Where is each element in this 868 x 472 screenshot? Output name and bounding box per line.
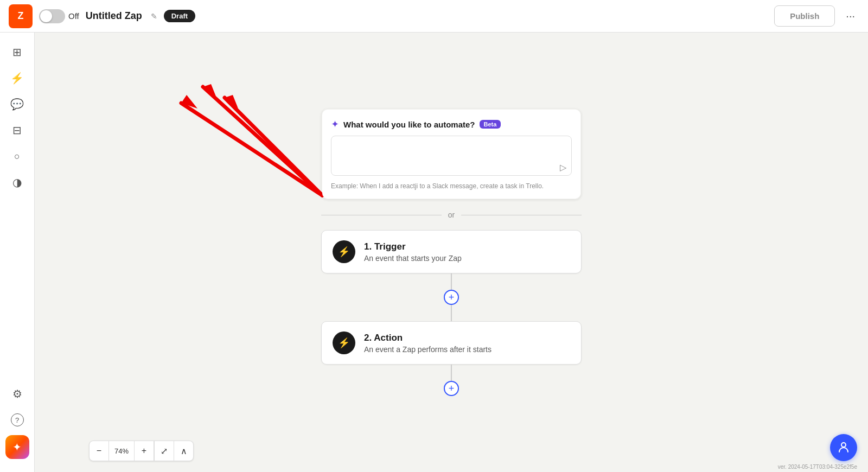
action-title: 2. Action xyxy=(364,333,492,343)
history-icon: ○ xyxy=(14,151,20,162)
zoom-controls: − 74% + ⤢ ∧ xyxy=(89,441,194,461)
trigger-lightning-icon: ⚡ xyxy=(338,246,350,258)
sidebar-item-apps[interactable]: ⊞ xyxy=(7,41,28,63)
edit-icon[interactable]: ✎ xyxy=(151,12,157,21)
analytics-icon: ◑ xyxy=(12,176,22,189)
zap-title: Untitled Zap xyxy=(86,10,142,22)
action-lightning-icon: ⚡ xyxy=(338,337,350,349)
zoom-out-button[interactable]: − xyxy=(90,441,109,461)
action-icon-circle: ⚡ xyxy=(333,331,355,354)
connector-line-top xyxy=(451,273,452,290)
header: Z Off Untitled Zap ✎ Draft Publish ··· xyxy=(0,0,868,33)
svg-line-1 xyxy=(181,103,322,195)
beta-badge: Beta xyxy=(480,120,501,129)
add-step-button-2[interactable]: + xyxy=(444,381,459,396)
ai-input-wrapper: ▷ xyxy=(331,136,572,178)
svg-line-2 xyxy=(225,98,322,195)
table-icon: ⊟ xyxy=(12,124,22,137)
toggle-track xyxy=(39,9,65,23)
action-description: An event a Zap performs after it starts xyxy=(364,345,492,354)
zoom-level-display: 74% xyxy=(109,441,135,461)
svg-line-0 xyxy=(203,87,322,195)
apps-icon: ⊞ xyxy=(12,46,22,59)
canvas: ✦ What would you like to automate? Beta … xyxy=(35,33,868,472)
sidebar-item-history[interactable]: ○ xyxy=(7,145,28,167)
svg-marker-4 xyxy=(181,95,197,109)
connector-1: + xyxy=(444,273,459,321)
toggle-thumb xyxy=(40,10,52,22)
svg-marker-5 xyxy=(225,95,238,109)
svg-marker-3 xyxy=(203,84,216,98)
chat-icon: 💬 xyxy=(10,98,24,111)
ai-send-button[interactable]: ▷ xyxy=(560,162,566,173)
ai-assistant-icon: ✦ xyxy=(12,441,22,454)
main-layout: ⊞ ⚡ 💬 ⊟ ○ ◑ ⚙ ? ✦ xyxy=(0,33,868,472)
ai-box-header: ✦ What would you like to automate? Beta xyxy=(331,118,572,130)
zapier-logo[interactable]: Z xyxy=(9,4,33,28)
draft-badge: Draft xyxy=(164,10,195,22)
version-text: ver. 2024-05-17T03:04-325e2f5e xyxy=(778,464,857,470)
toggle-label: Off xyxy=(68,11,79,21)
ai-example-text: Example: When I add a reactji to a Slack… xyxy=(331,182,572,190)
or-line-left xyxy=(321,215,442,215)
action-step-card[interactable]: ⚡ 2. Action An event a Zap performs afte… xyxy=(321,321,582,365)
zaps-icon: ⚡ xyxy=(10,72,24,85)
trigger-icon-circle: ⚡ xyxy=(333,240,355,263)
support-button[interactable] xyxy=(830,434,857,461)
sidebar-item-tables[interactable]: ⊟ xyxy=(7,119,28,141)
canvas-content: ✦ What would you like to automate? Beta … xyxy=(321,109,582,396)
action-step-text: 2. Action An event a Zap performs after … xyxy=(364,333,492,354)
zoom-in-button[interactable]: + xyxy=(135,441,154,461)
publish-button[interactable]: Publish xyxy=(774,5,835,27)
trigger-step-text: 1. Trigger An event that starts your Zap xyxy=(364,241,462,263)
ai-question-text: What would you like to automate? xyxy=(343,120,475,129)
ai-star-icon: ✦ xyxy=(331,118,339,130)
toggle-switch[interactable]: Off xyxy=(39,9,79,23)
connector-line-bottom-2 xyxy=(451,365,452,381)
settings-icon: ⚙ xyxy=(12,387,22,400)
sidebar-item-zaps[interactable]: ⚡ xyxy=(7,67,28,89)
or-label: or xyxy=(448,211,455,219)
trigger-title: 1. Trigger xyxy=(364,241,462,252)
connector-2: + xyxy=(444,365,459,396)
or-line-right xyxy=(461,215,582,215)
support-icon xyxy=(837,439,851,456)
more-options-button[interactable]: ··· xyxy=(841,5,859,27)
zoom-expand-button[interactable]: ⤢ xyxy=(154,441,174,461)
svg-point-6 xyxy=(841,443,846,447)
ai-prompt-input[interactable] xyxy=(331,136,572,176)
trigger-description: An event that starts your Zap xyxy=(364,254,462,263)
or-divider: or xyxy=(321,211,582,219)
sidebar-ai-assistant[interactable]: ✦ xyxy=(5,435,29,459)
ai-automation-box: ✦ What would you like to automate? Beta … xyxy=(321,109,582,200)
red-arrow-annotation xyxy=(132,54,349,208)
connector-line-bottom xyxy=(451,305,452,321)
sidebar-item-analytics[interactable]: ◑ xyxy=(7,171,28,193)
add-step-button-1[interactable]: + xyxy=(444,290,459,305)
sidebar-item-chat[interactable]: 💬 xyxy=(7,93,28,115)
help-icon: ? xyxy=(11,413,24,426)
sidebar-item-settings[interactable]: ⚙ xyxy=(7,383,28,405)
trigger-step-card[interactable]: ⚡ 1. Trigger An event that starts your Z… xyxy=(321,230,582,273)
sidebar: ⊞ ⚡ 💬 ⊟ ○ ◑ ⚙ ? ✦ xyxy=(0,33,35,472)
sidebar-item-help[interactable]: ? xyxy=(7,409,28,431)
zoom-up-button[interactable]: ∧ xyxy=(174,441,193,461)
